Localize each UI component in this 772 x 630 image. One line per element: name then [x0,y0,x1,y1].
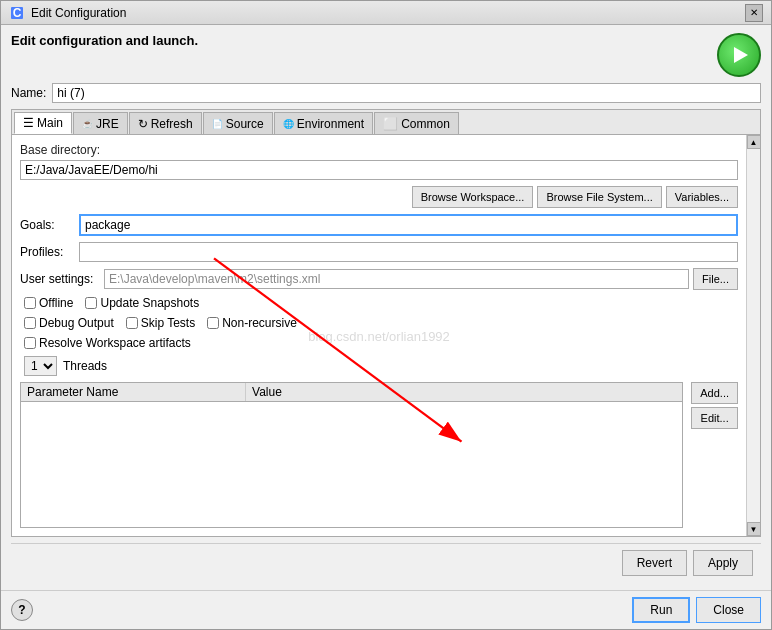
base-dir-input[interactable] [20,160,738,180]
resolve-workspace-label: Resolve Workspace artifacts [39,336,191,350]
title-bar: C Edit Configuration ✕ [1,1,771,25]
offline-checkbox-label[interactable]: Offline [24,296,73,310]
skip-tests-checkbox-label[interactable]: Skip Tests [126,316,195,330]
param-table: Parameter Name Value [20,382,683,528]
close-button[interactable]: ✕ [745,4,763,22]
non-recursive-checkbox[interactable] [207,317,219,329]
profiles-input[interactable] [79,242,738,262]
svg-text:C: C [13,6,22,20]
tab-content-wrapper: blog.csdn.net/orlian1992 Base directory:… [12,135,760,536]
profiles-row: Profiles: [20,242,738,262]
add-button[interactable]: Add... [691,382,738,404]
tab-refresh[interactable]: ↻ Refresh [129,112,202,134]
play-triangle-icon [734,47,748,63]
offline-checkbox[interactable] [24,297,36,309]
scrollbar: ▲ ▼ [746,135,760,536]
edit-configuration-window: C Edit Configuration ✕ Edit configuratio… [0,0,772,630]
main-tab-label: Main [37,116,63,130]
non-recursive-label: Non-recursive [222,316,297,330]
refresh-tab-label: Refresh [151,117,193,131]
close-footer-button[interactable]: Close [696,597,761,623]
offline-label: Offline [39,296,73,310]
browse-filesystem-button[interactable]: Browse File System... [537,186,661,208]
environment-tab-label: Environment [297,117,364,131]
scroll-down-button[interactable]: ▼ [747,522,761,536]
jre-tab-label: JRE [96,117,119,131]
variables-button[interactable]: Variables... [666,186,738,208]
browse-workspace-button[interactable]: Browse Workspace... [412,186,534,208]
non-recursive-checkbox-label[interactable]: Non-recursive [207,316,297,330]
base-dir-label: Base directory: [20,143,738,157]
tabs-bar: ☰ Main ☕ JRE ↻ Refresh 📄 Source 🌐 En [12,110,760,135]
param-section: Parameter Name Value Add... Edit... [20,382,738,528]
file-button[interactable]: File... [693,268,738,290]
resolve-workspace-checkbox-label[interactable]: Resolve Workspace artifacts [24,336,191,350]
threads-row: 1 2 4 Threads [20,356,738,376]
table-right-buttons: Add... Edit... [687,382,738,528]
param-table-header: Parameter Name Value [21,383,682,402]
threads-label: Threads [63,359,107,373]
user-settings-label: User settings: [20,272,100,286]
debug-output-label: Debug Output [39,316,114,330]
environment-tab-icon: 🌐 [283,119,294,129]
checkboxes-row3: Resolve Workspace artifacts [20,336,738,350]
header-subtitle: Edit configuration and launch. [11,33,198,48]
name-label: Name: [11,86,46,100]
param-col-value-header: Value [246,383,682,401]
user-settings-input[interactable] [104,269,689,289]
title-bar-text: Edit Configuration [31,6,126,20]
goals-label: Goals: [20,218,75,232]
user-settings-row: User settings: File... [20,268,738,290]
resolve-workspace-checkbox[interactable] [24,337,36,349]
update-snapshots-label: Update Snapshots [100,296,199,310]
source-tab-icon: 📄 [212,119,223,129]
name-input[interactable] [52,83,761,103]
scroll-track [747,149,761,522]
checkboxes-row1: Offline Update Snapshots [20,296,738,310]
run-button[interactable]: Run [632,597,690,623]
name-row: Name: [11,83,761,103]
common-tab-label: Common [401,117,450,131]
update-snapshots-checkbox[interactable] [85,297,97,309]
threads-select[interactable]: 1 2 4 [24,356,57,376]
refresh-tab-icon: ↻ [138,117,148,131]
browse-row: Browse Workspace... Browse File System..… [20,186,738,208]
tab-common[interactable]: ⬜ Common [374,112,459,134]
bottom-buttons: Revert Apply [11,543,761,582]
param-table-body [21,402,682,527]
footer-right: Run Close [632,597,761,623]
window-body: Edit configuration and launch. Name: ☰ M… [1,25,771,590]
debug-output-checkbox-label[interactable]: Debug Output [24,316,114,330]
footer-row: ? Run Close [1,590,771,629]
config-icon: C [9,5,25,21]
skip-tests-checkbox[interactable] [126,317,138,329]
header-section: Edit configuration and launch. [11,33,761,77]
checkboxes-row2: Debug Output Skip Tests Non-recursive [20,316,738,330]
tab-jre[interactable]: ☕ JRE [73,112,128,134]
apply-button[interactable]: Apply [693,550,753,576]
param-col-name-header: Parameter Name [21,383,246,401]
skip-tests-label: Skip Tests [141,316,195,330]
goals-row: Goals: [20,214,738,236]
tab-environment[interactable]: 🌐 Environment [274,112,373,134]
tabs-area: ☰ Main ☕ JRE ↻ Refresh 📄 Source 🌐 En [11,109,761,537]
profiles-label: Profiles: [20,245,75,259]
tab-source[interactable]: 📄 Source [203,112,273,134]
tab-main-content: blog.csdn.net/orlian1992 Base directory:… [12,135,746,536]
base-dir-section: Base directory: [20,143,738,180]
debug-output-checkbox[interactable] [24,317,36,329]
run-icon-button[interactable] [717,33,761,77]
scroll-up-button[interactable]: ▲ [747,135,761,149]
tab-main[interactable]: ☰ Main [14,112,72,134]
help-button[interactable]: ? [11,599,33,621]
main-tab-icon: ☰ [23,116,34,130]
common-tab-icon: ⬜ [383,117,398,131]
revert-button[interactable]: Revert [622,550,687,576]
jre-tab-icon: ☕ [82,119,93,129]
update-snapshots-checkbox-label[interactable]: Update Snapshots [85,296,199,310]
footer-left: ? [11,599,33,621]
source-tab-label: Source [226,117,264,131]
goals-input[interactable] [79,214,738,236]
edit-button[interactable]: Edit... [691,407,738,429]
